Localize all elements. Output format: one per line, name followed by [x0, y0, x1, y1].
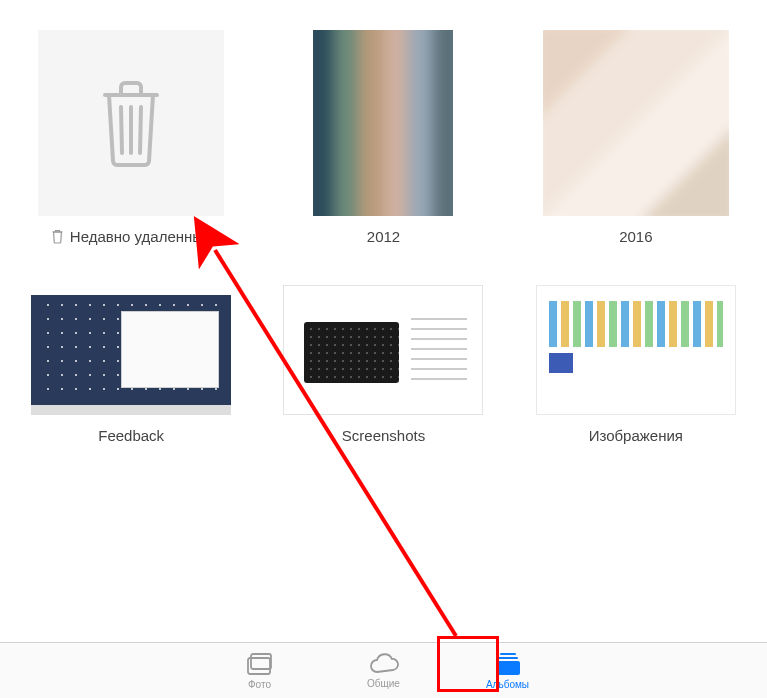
svg-rect-6: [498, 657, 518, 659]
album-thumb-2016: [543, 30, 729, 216]
album-thumb-2012: [313, 30, 453, 216]
album-label-text: Изображения: [589, 427, 683, 444]
tab-photos[interactable]: Фото: [228, 651, 292, 690]
album-label-2012: 2012: [367, 228, 400, 245]
tab-albums[interactable]: Альбомы: [476, 651, 540, 690]
tab-label: Альбомы: [486, 679, 529, 690]
photos-stack-icon: [245, 651, 275, 677]
album-label-text: 2016: [619, 228, 652, 245]
album-thumb-screenshots: [283, 285, 483, 415]
trash-icon: [51, 229, 64, 244]
albums-grid: Недавно удаленные 2012 2016 Feedback: [30, 30, 737, 444]
album-label-text: Недавно удаленные: [70, 228, 212, 245]
album-screenshots[interactable]: Screenshots: [282, 285, 484, 444]
album-thumb-recently-deleted: [38, 30, 224, 216]
albums-grid-container: Недавно удаленные 2012 2016 Feedback: [0, 0, 767, 642]
cloud-icon: [367, 652, 401, 676]
svg-rect-4: [251, 654, 271, 669]
svg-rect-7: [496, 661, 520, 675]
tab-label: Фото: [248, 679, 271, 690]
album-recently-deleted[interactable]: Недавно удаленные: [30, 30, 232, 245]
tab-shared[interactable]: Общие: [352, 652, 416, 689]
album-thumb-izobrazheniya: [536, 285, 736, 415]
album-izobrazheniya[interactable]: Изображения: [535, 285, 737, 444]
album-thumb-feedback: [31, 285, 231, 415]
svg-line-2: [140, 107, 141, 153]
svg-line-0: [121, 107, 122, 153]
album-2012[interactable]: 2012: [282, 30, 484, 245]
album-2016[interactable]: 2016: [535, 30, 737, 245]
album-label-text: Feedback: [98, 427, 164, 444]
tab-bar: Фото Общие Альбомы: [0, 642, 767, 698]
album-label-text: 2012: [367, 228, 400, 245]
album-label-recently-deleted: Недавно удаленные: [51, 228, 212, 245]
tab-label: Общие: [367, 678, 400, 689]
album-label-2016: 2016: [619, 228, 652, 245]
trash-icon: [91, 75, 171, 171]
album-label-screenshots: Screenshots: [342, 427, 425, 444]
album-label-text: Screenshots: [342, 427, 425, 444]
album-label-izobrazheniya: Изображения: [589, 427, 683, 444]
album-feedback[interactable]: Feedback: [30, 285, 232, 444]
albums-icon: [493, 651, 523, 677]
album-label-feedback: Feedback: [98, 427, 164, 444]
svg-rect-5: [500, 653, 516, 655]
